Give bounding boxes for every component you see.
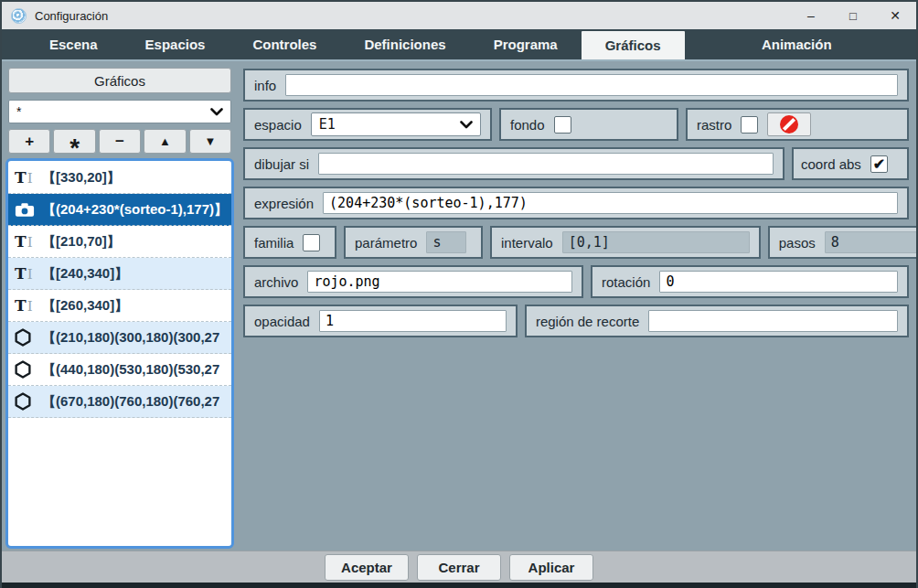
espacio-select[interactable]: E1 [311, 112, 481, 136]
check-icon: ✔ [873, 155, 885, 173]
asterisk-icon: * [69, 134, 80, 163]
espacio-value: E1 [319, 116, 336, 133]
duplicate-button[interactable]: * [53, 129, 95, 154]
info-label: info [254, 78, 276, 93]
title-bar: Configuración – □ ✕ [2, 2, 916, 29]
list-item[interactable]: TI 【[260,340]】 [8, 290, 231, 322]
image-camera-icon [15, 202, 42, 218]
list-item[interactable]: TI 【[330,20]】 [8, 162, 231, 194]
move-down-button[interactable]: ▼ [189, 129, 231, 154]
clear-trace-button[interactable] [767, 112, 811, 136]
list-item[interactable]: TI 【[210,70]】 [8, 226, 231, 258]
chevron-down-icon [460, 121, 473, 129]
panel-title: Gráficos [8, 68, 231, 93]
polygon-icon [15, 392, 42, 411]
filter-value: * [16, 104, 21, 119]
pasos-input [825, 231, 918, 253]
close-button[interactable]: ✕ [874, 2, 916, 29]
chevron-down-icon [210, 108, 223, 116]
graphics-list-panel: Gráficos * + * − ▲ ▼ TI 【[330,20]】 [2, 61, 238, 551]
expresion-input[interactable] [323, 192, 898, 214]
tab-programa[interactable]: Programa [470, 29, 582, 59]
pasos-label: pasos [779, 235, 816, 251]
dialog-footer: Aceptar Cerrar Aplicar [2, 551, 916, 583]
maximize-button[interactable]: □ [832, 2, 874, 29]
tab-animacion[interactable]: Animación [685, 29, 911, 59]
opacidad-input[interactable] [319, 310, 507, 332]
text-icon: TI [15, 264, 42, 283]
filter-dropdown[interactable]: * [8, 100, 231, 123]
coord-abs-label: coord abs [801, 156, 861, 172]
list-item-label: 【[240,340]】 [42, 265, 128, 283]
triangle-down-icon: ▼ [204, 134, 216, 148]
tab-espacios[interactable]: Espacios [122, 29, 230, 59]
window-controls: – □ ✕ [790, 2, 916, 29]
list-item[interactable]: 【(440,180)(530,180)(530,27 [8, 354, 231, 386]
list-item[interactable]: 【(210,180)(300,180)(300,27 [8, 322, 231, 354]
tab-bar: Escena Espacios Controles Definiciones P… [2, 29, 916, 59]
expresion-label: expresión [254, 196, 314, 211]
archivo-input[interactable] [307, 271, 572, 293]
intervalo-label: intervalo [501, 235, 553, 251]
list-item-label: 【[260,340]】 [42, 297, 128, 315]
main-content: Gráficos * + * − ▲ ▼ TI 【[330,20]】 [2, 59, 916, 551]
espacio-label: espacio [254, 117, 302, 133]
accept-button[interactable]: Aceptar [325, 554, 409, 581]
list-toolbar: + * − ▲ ▼ [8, 129, 231, 154]
list-item[interactable]: TI 【[240,340]】 [8, 258, 231, 290]
no-entry-icon [780, 115, 798, 134]
list-item-label: 【(670,180)(760,180)(760,27 [42, 393, 219, 411]
familia-label: familia [254, 235, 294, 251]
opacidad-label: opacidad [254, 314, 310, 329]
triangle-up-icon: ▲ [159, 134, 171, 148]
coord-abs-checkbox[interactable]: ✔ [870, 155, 888, 173]
polygon-icon [15, 360, 42, 379]
window-bottom-edge [2, 583, 916, 588]
window-title: Configuración [35, 9, 108, 23]
tab-escena[interactable]: Escena [26, 29, 122, 59]
text-icon: TI [15, 232, 42, 251]
graphics-list: TI 【[330,20]】 【(204+230*(sorteo-1),177)】 [5, 158, 234, 549]
familia-checkbox[interactable] [303, 234, 320, 251]
minimize-button[interactable]: – [790, 2, 832, 29]
info-input[interactable] [285, 74, 898, 96]
list-item-label: 【[210,70]】 [42, 233, 121, 251]
rastro-label: rastro [697, 117, 731, 133]
intervalo-input [562, 231, 750, 253]
tab-definiciones[interactable]: Definiciones [340, 29, 469, 59]
polygon-icon [15, 328, 42, 347]
remove-button[interactable]: − [99, 129, 141, 154]
list-item-selected[interactable]: 【(204+230*(sorteo-1),177)】 [8, 194, 231, 226]
parametro-label: parámetro [355, 235, 417, 251]
tab-graficos[interactable]: Gráficos [582, 31, 685, 59]
list-item[interactable]: 【(670,180)(760,180)(760,27 [8, 386, 231, 418]
text-icon: TI [15, 168, 42, 187]
list-item-label: 【(440,180)(530,180)(530,27 [42, 361, 219, 379]
rastro-checkbox[interactable] [741, 116, 758, 134]
region-recorte-input[interactable] [648, 310, 898, 332]
region-recorte-label: región de recorte [536, 314, 639, 329]
dibujar-si-input[interactable] [318, 153, 774, 175]
move-up-button[interactable]: ▲ [144, 129, 186, 154]
rotacion-label: rotación [602, 274, 650, 290]
list-item-label: 【[330,20]】 [42, 169, 121, 187]
list-item-label: 【(210,180)(300,180)(300,27 [42, 329, 219, 347]
configuracion-window: Configuración – □ ✕ Escena Espacios Cont… [0, 0, 918, 588]
text-icon: TI [15, 296, 42, 315]
app-icon [11, 8, 27, 24]
fondo-checkbox[interactable] [554, 116, 571, 134]
parametro-input [426, 231, 466, 253]
add-button[interactable]: + [8, 129, 50, 154]
apply-button[interactable]: Aplicar [509, 554, 593, 581]
archivo-label: archivo [254, 274, 298, 290]
rotacion-input[interactable] [659, 271, 898, 293]
list-item-label: 【(204+230*(sorteo-1),177)】 [42, 201, 228, 219]
close-dialog-button[interactable]: Cerrar [417, 554, 501, 581]
tab-controles[interactable]: Controles [229, 29, 340, 59]
dibujar-si-label: dibujar si [254, 156, 309, 172]
fondo-label: fondo [510, 117, 545, 133]
graphic-properties-form: info espacio E1 fondo rastro [238, 61, 916, 551]
